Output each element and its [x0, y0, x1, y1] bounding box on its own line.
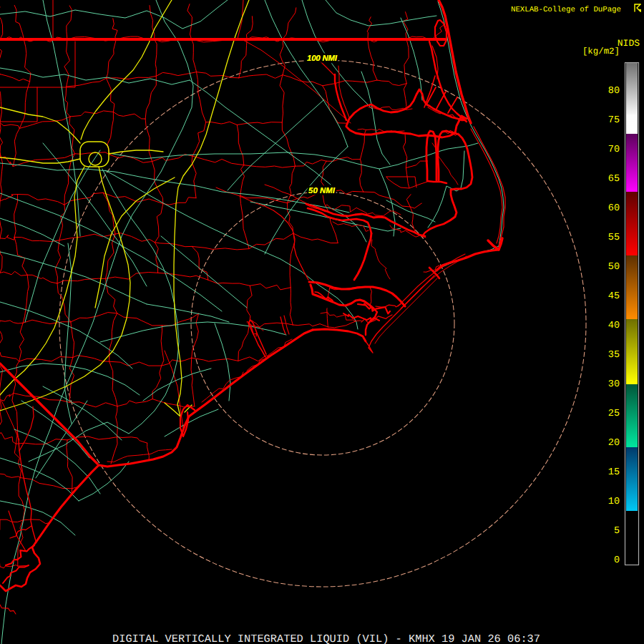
svg-text:50: 50 [608, 262, 620, 273]
svg-text:NIDS: NIDS [618, 38, 640, 49]
svg-text:NEXLAB-College of DuPage: NEXLAB-College of DuPage [511, 6, 621, 14]
svg-text:55: 55 [608, 233, 620, 243]
svg-text:5: 5 [614, 526, 620, 537]
svg-text:50 NMI: 50 NMI [308, 187, 336, 195]
svg-text:65: 65 [608, 174, 620, 185]
svg-text:75: 75 [608, 115, 620, 126]
svg-text:60: 60 [608, 203, 620, 214]
svg-text:70: 70 [608, 145, 620, 155]
svg-text:15: 15 [608, 467, 620, 478]
svg-text:0: 0 [614, 555, 620, 566]
svg-text:[kg/m2]: [kg/m2] [582, 47, 620, 57]
svg-text:35: 35 [608, 350, 620, 361]
svg-text:45: 45 [608, 291, 620, 302]
svg-text:40: 40 [608, 321, 620, 331]
svg-text:25: 25 [608, 409, 620, 419]
svg-text:20: 20 [608, 438, 620, 449]
svg-text:DIGITAL VERTICALLY INTEGRATED: DIGITAL VERTICALLY INTEGRATED LIQUID (VI… [112, 633, 540, 644]
svg-text:100 NMI: 100 NMI [307, 54, 338, 63]
svg-text:30: 30 [608, 379, 620, 390]
svg-text:10: 10 [608, 497, 620, 507]
svg-text:80: 80 [608, 86, 620, 97]
